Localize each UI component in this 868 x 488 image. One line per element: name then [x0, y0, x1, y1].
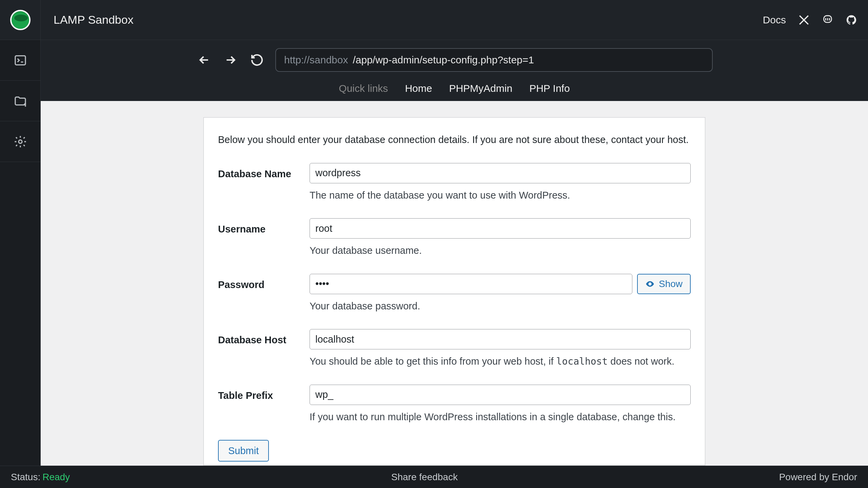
folder-upload-icon	[14, 94, 27, 108]
rail-terminal[interactable]	[0, 40, 40, 81]
logo-cell	[0, 0, 41, 40]
username-input[interactable]	[310, 218, 691, 239]
dbname-input[interactable]	[310, 163, 691, 183]
nav-reload-button[interactable]	[249, 52, 265, 68]
content-area: Below you should enter your database con…	[41, 101, 868, 466]
svg-point-2	[19, 140, 22, 143]
show-password-button[interactable]: Show	[637, 274, 691, 294]
password-help: Your database password.	[310, 299, 691, 314]
app-logo-icon	[10, 10, 31, 30]
github-icon[interactable]	[846, 14, 857, 26]
quick-link-phpinfo[interactable]: PHP Info	[529, 83, 570, 94]
quick-link-home[interactable]: Home	[405, 83, 432, 94]
status-value: Ready	[42, 472, 70, 483]
prefix-input[interactable]	[310, 385, 691, 405]
arrow-right-icon	[224, 53, 237, 67]
quick-links-label: Quick links	[339, 83, 388, 94]
powered-by: Powered by Endor	[779, 472, 857, 483]
share-feedback-link[interactable]: Share feedback	[70, 472, 779, 483]
nav-back-button[interactable]	[196, 52, 212, 68]
prefix-help: If you want to run multiple WordPress in…	[310, 410, 691, 425]
app-title: LAMP Sandbox	[54, 13, 134, 26]
username-help: Your database username.	[310, 243, 691, 258]
dbname-label: Database Name	[218, 163, 310, 203]
arrow-left-icon	[197, 53, 211, 67]
terminal-icon	[14, 54, 27, 67]
submit-button[interactable]: Submit	[218, 440, 269, 462]
docs-link[interactable]: Docs	[763, 14, 786, 26]
dbhost-label: Database Host	[218, 329, 310, 369]
wp-setup-card: Below you should enter your database con…	[203, 117, 705, 466]
url-path: /app/wp-admin/setup-config.php?step=1	[353, 54, 534, 66]
password-label: Password	[218, 274, 310, 314]
mastodon-icon[interactable]	[822, 14, 833, 26]
eye-icon	[645, 279, 655, 289]
quick-link-phpmyadmin[interactable]: PHPMyAdmin	[449, 83, 512, 94]
username-label: Username	[218, 218, 310, 258]
show-password-label: Show	[659, 279, 683, 289]
wp-intro-text: Below you should enter your database con…	[218, 133, 691, 147]
dbname-help: The name of the database you want to use…	[310, 188, 691, 203]
dbhost-input[interactable]	[310, 329, 691, 349]
svg-rect-1	[15, 56, 25, 65]
browser-bar: http://sandbox /app/wp-admin/setup-confi…	[41, 40, 868, 101]
footer: Status: Ready Share feedback Powered by …	[0, 466, 868, 488]
prefix-label: Table Prefix	[218, 385, 310, 425]
nav-forward-button[interactable]	[222, 52, 239, 68]
rail-settings[interactable]	[0, 121, 40, 162]
x-twitter-icon[interactable]	[798, 14, 810, 26]
left-rail	[0, 40, 41, 466]
url-prefix: http://sandbox	[284, 54, 348, 66]
top-header: LAMP Sandbox Docs	[0, 0, 868, 40]
gear-icon	[14, 135, 27, 148]
reload-icon	[250, 53, 264, 67]
status-label: Status:	[11, 472, 40, 483]
rail-files[interactable]	[0, 81, 40, 121]
dbhost-help: You should be able to get this info from…	[310, 354, 691, 369]
url-bar[interactable]: http://sandbox /app/wp-admin/setup-confi…	[275, 48, 713, 72]
password-input[interactable]	[310, 274, 632, 294]
